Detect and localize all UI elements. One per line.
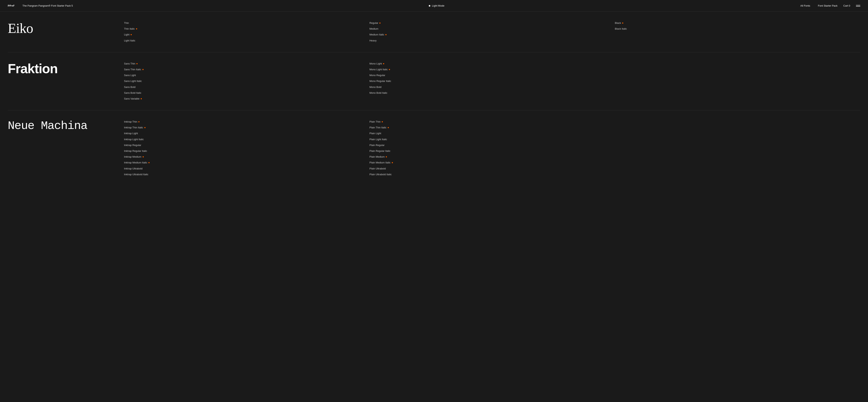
premium-dot-icon [383,63,384,64]
list-item: Inktrap Ultrabold Italic [124,173,370,176]
list-item: Thin [124,21,370,25]
list-item: Sans Bold [124,86,370,89]
premium-dot-icon [143,156,144,158]
starter-pack-link[interactable]: Font Starter Pack [818,4,837,7]
list-item: Inktrap Ultrabold [124,167,370,170]
list-item: Regular [370,21,615,25]
header-left: PP●F The Pangram Pangram® Font Starter P… [8,4,73,7]
premium-dot-icon [379,23,380,24]
list-item: Sans Light [124,74,370,77]
neue-machina-section: Neue Machina Inktrap Thin Inktrap Thin I… [8,110,860,186]
premium-dot-icon [392,162,393,163]
all-fonts-link[interactable]: All Fonts [800,4,810,7]
fraktion-weights-col-1: Sans Thin Sans Thin Italic Sans Light Sa… [124,62,370,100]
neue-machina-weights: Inktrap Thin Inktrap Thin Italic Inktrap… [124,120,860,176]
list-item: Inktrap Light Italic [124,138,370,141]
premium-dot-icon [143,69,144,70]
list-item: Mono Bold Italic [370,91,615,95]
eiko-weights: Thin Thin Italic Light Light Italic [124,21,860,42]
premium-dot-icon [385,34,386,35]
mode-label: Light Mode [432,4,444,7]
list-item: Plain Light Italic [370,138,615,141]
list-item: Black Italic [615,27,860,31]
premium-dot-icon [382,121,383,122]
eiko-font-name: Eiko [8,21,124,35]
list-item: Light [124,33,370,36]
menu-line-top [856,5,860,5]
list-item: Heavy [370,39,615,42]
fraktion-font-name: Fraktion [8,62,124,75]
header-right: All Fonts Font Starter Pack Cart 0 [800,4,860,7]
list-item: Plain Thin [370,120,615,124]
list-item: Inktrap Medium [124,155,370,159]
list-item: Inktrap Regular [124,143,370,147]
list-item: Plain Regular Italic [370,149,615,153]
list-item: Sans Variable [124,97,370,100]
list-item: Mono Regular Italic [370,79,615,83]
list-item: Inktrap Light [124,132,370,135]
light-mode-indicator[interactable]: Light Mode [429,4,444,7]
list-item: Light Italic [124,39,370,42]
list-item: Inktrap Regular Italic [124,149,370,153]
premium-dot-icon [136,28,137,29]
premium-dot-icon [388,127,389,128]
list-item: Plain Ultrabold Italic [370,173,615,176]
fraktion-section: Fraktion Sans Thin Sans Thin Italic Sans… [8,52,860,110]
list-item: Plain Medium [370,155,615,159]
hamburger-menu-button[interactable] [856,5,860,7]
logo: PP●F [8,4,15,7]
header-title: The Pangram Pangram® Font Starter Pack 5 [23,4,73,7]
eiko-weights-col-3: Black Black Italic [615,21,860,42]
list-item: Medium Italic [370,33,615,36]
list-item: Thin Italic [124,27,370,31]
list-item: Mono Light [370,62,615,65]
fraktion-weights-col-2: Mono Light Mono Light Italic Mono Regula… [370,62,615,100]
list-item: Mono Bold [370,86,615,89]
list-item: Inktrap Medium Italic [124,161,370,164]
list-item: Inktrap Thin [124,120,370,124]
list-item: Medium [370,27,615,31]
eiko-section: Eiko Thin Thin Italic Light [8,12,860,52]
premium-dot-icon [138,121,140,122]
list-item: Plain Medium Italic [370,161,615,164]
main-content: Eiko Thin Thin Italic Light [0,12,868,186]
list-item: Plain Regular [370,143,615,147]
list-item: Mono Light Italic [370,68,615,71]
premium-dot-icon [148,162,150,163]
menu-line-bottom [856,6,860,7]
fraktion-weights: Sans Thin Sans Thin Italic Sans Light Sa… [124,62,860,100]
header: PP●F The Pangram Pangram® Font Starter P… [0,0,868,12]
list-item: Mono Regular [370,74,615,77]
list-item: Plain Thin Italic [370,126,615,129]
premium-dot-icon [144,127,146,128]
neue-machina-weights-col-3 [615,120,860,176]
list-item: Plain Light [370,132,615,135]
premium-dot-icon [141,98,142,99]
list-item: Sans Bold Italic [124,91,370,95]
list-item: Sans Thin [124,62,370,65]
mode-dot-icon [429,5,430,7]
list-item: Black [615,21,860,25]
list-item: Inktrap Thin Italic [124,126,370,129]
list-item: Plain Ultrabold [370,167,615,170]
main-nav: All Fonts Font Starter Pack [800,4,838,7]
eiko-weights-col-2: Regular Medium Medium Italic Heavy [370,21,615,42]
fraktion-weights-col-3 [615,62,860,100]
neue-machina-font-name: Neue Machina [8,120,124,132]
cart-button[interactable]: Cart 0 [843,4,850,7]
premium-dot-icon [389,69,390,70]
premium-dot-icon [136,63,137,64]
neue-machina-weights-col-2: Plain Thin Plain Thin Italic Plain Light… [370,120,615,176]
premium-dot-icon [622,23,623,24]
list-item: Sans Light Italic [124,79,370,83]
neue-machina-weights-col-1: Inktrap Thin Inktrap Thin Italic Inktrap… [124,120,370,176]
eiko-weights-col-1: Thin Thin Italic Light Light Italic [124,21,370,42]
premium-dot-icon [131,34,132,35]
list-item: Sans Thin Italic [124,68,370,71]
premium-dot-icon [386,156,387,158]
